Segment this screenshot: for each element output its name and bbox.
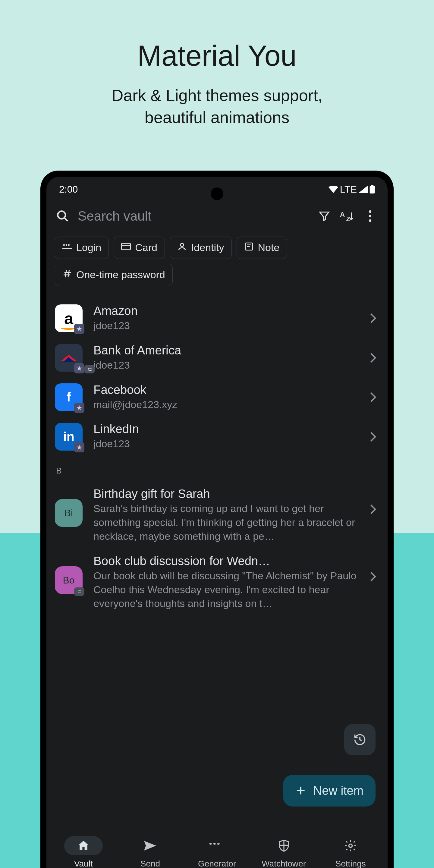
note-icon: Bo⊂: [55, 566, 83, 594]
item-subtitle: jdoe123: [93, 358, 359, 372]
filter-button[interactable]: [316, 208, 332, 224]
note-item[interactable]: Bi Birthday gift for Sarah Sarah's birth…: [46, 482, 388, 549]
svg-point-2: [58, 211, 66, 219]
item-title: LinkedIn: [93, 422, 359, 436]
vault-list: a Amazon jdoe123 ⊂ Bank of America jdoe1…: [46, 295, 388, 460]
item-title: Amazon: [93, 304, 359, 318]
menu-button[interactable]: [362, 208, 378, 224]
app-icon: a: [55, 304, 83, 332]
chip-login[interactable]: Login: [55, 237, 109, 259]
nav-label: Send: [141, 859, 160, 868]
note-icon: [244, 242, 254, 254]
chip-label: Identity: [191, 242, 224, 253]
chip-card[interactable]: Card: [114, 237, 165, 259]
phone-screen: 2:00 LTE Search vault AZ LoginC: [46, 177, 388, 868]
vault-item[interactable]: f Facebook mail@jdoe123.xyz: [46, 378, 388, 417]
search-icon: [56, 210, 69, 223]
chevron-right-icon: [370, 313, 377, 324]
app-icon: ⊂: [55, 344, 83, 372]
svg-text:A: A: [340, 210, 345, 218]
chevron-right-icon: [370, 504, 377, 515]
chevron-right-icon: [370, 571, 377, 582]
nav-generator[interactable]: ***Generator: [184, 836, 250, 868]
sort-az-icon: AZ: [340, 210, 354, 222]
item-title: Facebook: [93, 383, 359, 397]
password-icon: [62, 242, 72, 254]
new-item-fab[interactable]: New item: [283, 775, 375, 807]
history-fab[interactable]: [344, 724, 375, 755]
chip-identity[interactable]: Identity: [170, 237, 232, 259]
sort-button[interactable]: AZ: [339, 208, 355, 224]
note-body: Sarah's birthday is coming up and I want…: [93, 502, 359, 544]
item-subtitle: mail@jdoe123.xyz: [93, 398, 359, 412]
hash-icon: [62, 269, 72, 281]
svg-line-3: [64, 218, 68, 221]
toolbar: Search vault AZ: [46, 197, 388, 230]
chip-note[interactable]: Note: [237, 237, 287, 259]
favorite-badge: [74, 403, 84, 413]
nav-watchtower[interactable]: Watchtower: [250, 836, 317, 868]
note-item[interactable]: Bo⊂ Book club discussion for Wedn… Our b…: [46, 549, 388, 616]
nav-send[interactable]: Send: [117, 836, 184, 868]
vault-item[interactable]: ⊂ Bank of America jdoe123: [46, 338, 388, 378]
nav-label: Generator: [198, 859, 236, 868]
gear-icon: [331, 836, 370, 855]
status-time: 2:00: [59, 184, 78, 195]
hero-subtitle: Dark & Light themes support, beautiful a…: [112, 84, 322, 128]
card-icon: [121, 242, 131, 254]
search-field[interactable]: Search vault: [56, 209, 309, 224]
chevron-right-icon: [370, 392, 377, 403]
note-title: Book club discussion for Wedn…: [93, 554, 359, 568]
favorite-badge: [74, 442, 84, 453]
item-title: Bank of America: [93, 344, 359, 357]
plus-icon: [295, 785, 307, 796]
send-icon: [131, 836, 169, 855]
phone-frame: 2:00 LTE Search vault AZ LoginC: [40, 170, 394, 868]
note-body: Our book club will be discussing "The Al…: [93, 569, 359, 611]
hero-title: Material You: [137, 39, 297, 72]
wifi-icon: [329, 186, 338, 193]
battery-icon: [370, 185, 375, 193]
svg-line-22: [68, 270, 69, 277]
bottom-nav: VaultSend***GeneratorWatchtowerSettings: [46, 830, 388, 868]
svg-rect-12: [62, 248, 72, 249]
svg-text:***: ***: [209, 843, 221, 849]
svg-point-15: [181, 243, 184, 247]
attachment-badge: ⊂: [84, 365, 95, 373]
svg-rect-1: [371, 185, 373, 186]
note-icon: Bi: [55, 499, 83, 527]
favorite-badge: [74, 363, 84, 373]
chevron-right-icon: [370, 431, 377, 442]
svg-rect-13: [122, 243, 130, 250]
nav-vault[interactable]: Vault: [50, 836, 117, 868]
svg-point-7: [369, 215, 371, 217]
item-subtitle: jdoe123: [93, 437, 359, 451]
network-label: LTE: [340, 184, 357, 195]
svg-point-10: [66, 244, 67, 246]
nav-label: Watchtower: [261, 859, 306, 868]
svg-point-11: [68, 244, 70, 246]
chip-one-time-password[interactable]: One-time password: [55, 264, 173, 286]
dots-icon: ***: [198, 836, 236, 855]
camera-notch: [211, 187, 223, 200]
filter-icon: [318, 210, 330, 222]
chip-label: Card: [135, 242, 157, 253]
more-vert-icon: [368, 210, 372, 222]
nav-label: Vault: [74, 859, 93, 868]
vault-item[interactable]: in LinkedIn jdoe123: [46, 417, 388, 456]
svg-line-21: [65, 270, 66, 277]
nav-label: Settings: [336, 859, 366, 868]
svg-rect-0: [370, 186, 375, 193]
vault-item[interactable]: a Amazon jdoe123: [46, 299, 388, 338]
app-icon: f: [55, 383, 83, 411]
svg-point-6: [369, 210, 371, 213]
filter-chips: LoginCardIdentityNoteOne-time password: [46, 230, 388, 295]
note-title: Birthday gift for Sarah: [93, 487, 359, 501]
chip-label: Note: [258, 242, 280, 253]
person-icon: [177, 242, 187, 254]
nav-settings[interactable]: Settings: [317, 836, 384, 868]
svg-point-26: [349, 844, 352, 847]
chevron-right-icon: [370, 352, 377, 363]
svg-point-9: [63, 244, 65, 246]
section-header-b: B: [46, 460, 388, 478]
